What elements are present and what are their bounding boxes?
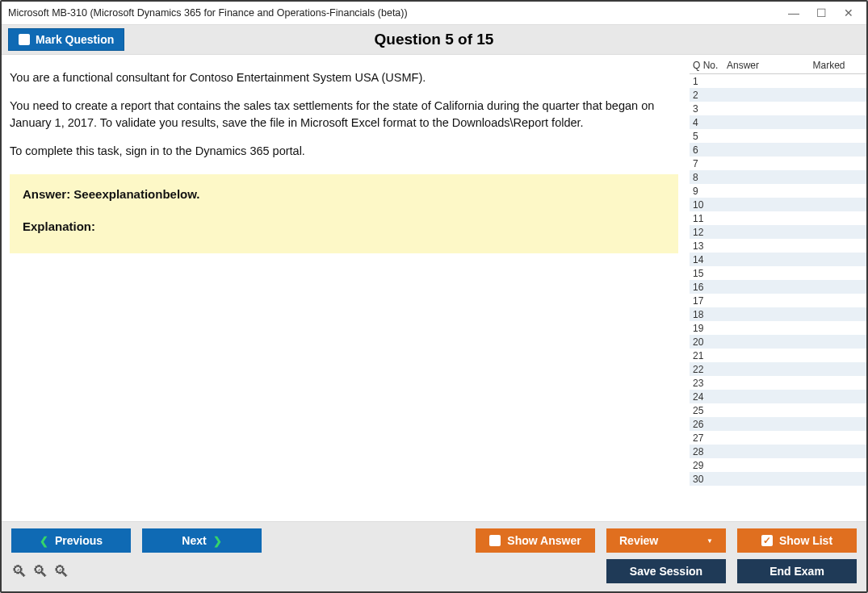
qno-cell: 5: [690, 131, 727, 142]
qno-cell: 6: [690, 144, 727, 156]
save-session-label: Save Session: [630, 565, 702, 578]
qno-cell: 11: [690, 213, 727, 224]
mark-question-button[interactable]: Mark Question: [8, 28, 124, 51]
qno-cell: 7: [690, 158, 727, 169]
qno-cell: 12: [690, 227, 727, 238]
table-row[interactable]: 26: [690, 417, 866, 431]
window-title: Microsoft MB-310 (Microsoft Dynamics 365…: [8, 7, 408, 19]
zoom-reset-icon[interactable]: 🔍︎: [32, 562, 48, 581]
show-list-label: Show List: [779, 534, 832, 547]
table-row[interactable]: 5: [690, 129, 866, 143]
bottom-bar: ❮ Previous Next ❯ Show Answer Review ▼ S…: [2, 521, 866, 591]
show-list-button[interactable]: Show List: [737, 528, 857, 553]
question-paragraph: To complete this task, sign in to the Dy…: [10, 143, 678, 160]
table-row[interactable]: 2: [690, 88, 866, 102]
table-row[interactable]: 28: [690, 445, 866, 458]
qno-cell: 1: [690, 76, 727, 87]
qno-cell: 24: [690, 391, 727, 403]
table-row[interactable]: 20: [690, 335, 866, 349]
qno-cell: 13: [690, 240, 727, 252]
window-controls: — ☐ ✕: [786, 7, 862, 19]
qno-cell: 15: [690, 268, 727, 279]
table-row[interactable]: 23: [690, 376, 866, 390]
table-row[interactable]: 1: [690, 74, 866, 88]
table-row[interactable]: 13: [690, 239, 866, 253]
qno-cell: 28: [690, 446, 727, 457]
table-row[interactable]: 8: [690, 170, 866, 184]
table-row[interactable]: 3: [690, 102, 866, 115]
table-row[interactable]: 10: [690, 198, 866, 211]
qno-cell: 20: [690, 336, 727, 348]
col-qno: Q No.: [690, 60, 727, 71]
qno-cell: 2: [690, 90, 727, 101]
table-row[interactable]: 14: [690, 253, 866, 266]
qno-cell: 18: [690, 309, 727, 320]
close-icon[interactable]: ✕: [841, 7, 857, 19]
table-row[interactable]: 6: [690, 143, 866, 157]
qno-cell: 23: [690, 378, 727, 389]
zoom-out-icon[interactable]: 🔍︎: [53, 562, 69, 581]
table-row[interactable]: 9: [690, 184, 866, 198]
table-row[interactable]: 30: [690, 472, 866, 486]
table-row[interactable]: 27: [690, 431, 866, 445]
answer-box: Answer: Seeexplanationbelow. Explanation…: [10, 174, 678, 253]
table-row[interactable]: 21: [690, 349, 866, 362]
question-list-panel: Q No. Answer Marked 12345678910111213141…: [690, 55, 866, 521]
qno-cell: 22: [690, 364, 727, 375]
end-exam-button[interactable]: End Exam: [737, 559, 857, 583]
table-row[interactable]: 12: [690, 225, 866, 239]
question-list-rows[interactable]: 1234567891011121314151617181920212223242…: [690, 74, 866, 521]
qno-cell: 3: [690, 103, 727, 115]
col-marked: Marked: [791, 60, 866, 71]
qno-cell: 10: [690, 199, 727, 211]
table-row[interactable]: 4: [690, 115, 866, 129]
table-row[interactable]: 18: [690, 307, 866, 321]
question-paragraph: You need to create a report that contain…: [10, 98, 678, 132]
table-row[interactable]: 22: [690, 362, 866, 376]
chevron-left-icon: ❮: [40, 535, 48, 547]
table-row[interactable]: 24: [690, 390, 866, 403]
qno-cell: 16: [690, 282, 727, 293]
answer-line: Answer: Seeexplanationbelow.: [23, 186, 665, 203]
maximize-icon[interactable]: ☐: [813, 7, 829, 19]
minimize-icon[interactable]: —: [786, 7, 802, 19]
qno-cell: 21: [690, 350, 727, 361]
qno-cell: 26: [690, 419, 727, 430]
button-row-top: ❮ Previous Next ❯ Show Answer Review ▼ S…: [11, 528, 857, 553]
app-window: Microsoft MB-310 (Microsoft Dynamics 365…: [0, 0, 868, 593]
table-row[interactable]: 7: [690, 157, 866, 170]
qno-cell: 30: [690, 474, 727, 485]
checkbox-checked-icon: [761, 535, 773, 546]
zoom-controls: 🔍︎ 🔍︎ 🔍︎: [11, 562, 69, 581]
save-session-button[interactable]: Save Session: [606, 559, 726, 583]
question-list-header: Q No. Answer Marked: [690, 56, 866, 74]
question-content: You are a functional consultant for Cont…: [2, 55, 690, 521]
next-button[interactable]: Next ❯: [142, 528, 262, 553]
review-label: Review: [619, 534, 658, 547]
previous-button[interactable]: ❮ Previous: [11, 528, 131, 553]
table-row[interactable]: 16: [690, 280, 866, 294]
question-counter: Question 5 of 15: [2, 31, 866, 48]
col-answer: Answer: [727, 60, 791, 71]
qno-cell: 27: [690, 432, 727, 444]
header-bar: Mark Question Question 5 of 15: [2, 24, 866, 55]
triangle-down-icon: ▼: [692, 537, 713, 545]
table-row[interactable]: 15: [690, 266, 866, 280]
explanation-label: Explanation:: [23, 218, 665, 236]
mark-question-label: Mark Question: [36, 33, 114, 46]
table-row[interactable]: 29: [690, 458, 866, 472]
review-button[interactable]: Review ▼: [606, 528, 726, 553]
table-row[interactable]: 11: [690, 211, 866, 225]
checkbox-icon: [489, 535, 501, 546]
title-bar: Microsoft MB-310 (Microsoft Dynamics 365…: [2, 2, 866, 24]
table-row[interactable]: 19: [690, 321, 866, 335]
table-row[interactable]: 25: [690, 403, 866, 417]
qno-cell: 19: [690, 323, 727, 334]
question-paragraph: You are a functional consultant for Cont…: [10, 69, 678, 86]
show-answer-label: Show Answer: [507, 534, 581, 547]
zoom-in-icon[interactable]: 🔍︎: [11, 562, 27, 581]
table-row[interactable]: 17: [690, 294, 866, 307]
qno-cell: 25: [690, 405, 727, 416]
show-answer-button[interactable]: Show Answer: [476, 528, 595, 553]
main-area: You are a functional consultant for Cont…: [2, 55, 866, 521]
